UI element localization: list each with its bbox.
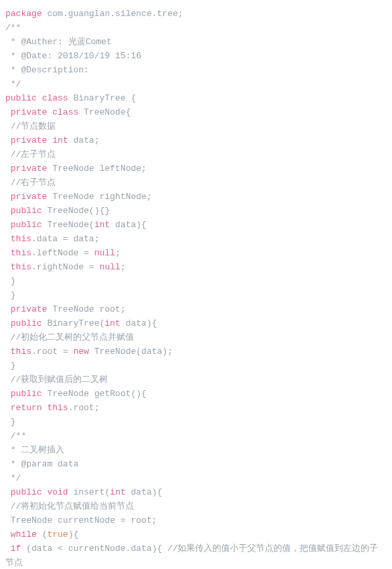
keyword: public [11, 487, 42, 497]
line: this.leftNode = null; [5, 248, 121, 258]
keyword: null [94, 248, 115, 258]
text: data){ [110, 220, 147, 230]
text: (data < currentNode.data){ //如果传入的值小于父节点… [5, 544, 378, 568]
text [5, 529, 11, 540]
text: TreeNode( [42, 220, 94, 230]
keyword: int [110, 487, 125, 497]
line: public class BinaryTree { [5, 93, 136, 103]
text [5, 304, 11, 314]
keyword: this [11, 346, 31, 357]
text [5, 248, 11, 258]
keyword: public [11, 220, 42, 230]
keyword: this [11, 248, 31, 258]
text: data){ [121, 318, 157, 328]
text [5, 192, 11, 202]
keyword: private [11, 304, 48, 314]
text: ; [121, 262, 126, 272]
comment: //右子节点 [5, 178, 56, 188]
keyword: this [11, 234, 31, 244]
boolean: true [47, 529, 68, 540]
keyword: public [11, 206, 42, 216]
code-block: package com.guanglan.silence.tree; /** *… [5, 7, 387, 569]
line: private int data; [5, 135, 99, 145]
text [5, 107, 11, 117]
comment: /** [5, 23, 21, 33]
line: if (data < currentNode.data){ //如果传入的值小于… [5, 544, 378, 568]
text: } [5, 361, 16, 371]
keyword: this [11, 262, 31, 272]
keyword: while [11, 529, 37, 540]
text [5, 135, 11, 145]
line: private class TreeNode{ [5, 107, 131, 117]
text [5, 487, 11, 497]
text: data){ [125, 487, 162, 497]
comment: //节点数据 [5, 121, 56, 131]
keyword: class [52, 107, 78, 117]
line: return this.root; [5, 403, 99, 413]
line: while (true){ [5, 529, 78, 540]
line: this.rightNode = null; [5, 262, 125, 272]
text: } [5, 417, 16, 427]
keyword: void [47, 487, 68, 497]
text: .rightNode = [31, 262, 99, 272]
text [5, 403, 11, 413]
comment: * @Auther: 光蓝Comet [5, 37, 112, 47]
text [5, 262, 11, 272]
text: .root; [68, 403, 100, 413]
text: .leftNode = [31, 248, 94, 258]
line: public TreeNode(){} [5, 206, 110, 216]
text [5, 206, 11, 216]
comment: * @Description: [5, 65, 89, 75]
text [5, 234, 11, 244]
text [37, 93, 42, 103]
keyword: public [11, 389, 42, 399]
comment: * @Date: 2018/10/19 15:16 [5, 51, 141, 61]
keyword: private [11, 192, 48, 202]
comment: */ [5, 473, 21, 483]
text: BinaryTree( [42, 318, 105, 328]
keyword: int [105, 318, 120, 328]
comment: * 二叉树插入 [5, 445, 64, 455]
keyword: public [5, 93, 37, 103]
keyword: int [52, 135, 68, 145]
text: com.guanglan.silence.tree; [42, 9, 184, 19]
line: public TreeNode(int data){ [5, 220, 147, 230]
text: ( [37, 529, 48, 540]
text: TreeNode leftNode; [47, 164, 146, 174]
text: TreeNode rightNode; [47, 192, 151, 202]
text: TreeNode root; [47, 304, 125, 314]
keyword: this [47, 403, 68, 413]
keyword: private [11, 164, 48, 174]
line: public void insert(int data){ [5, 487, 162, 497]
line: public BinaryTree(int data){ [5, 318, 157, 328]
text: ){ [68, 529, 79, 540]
line: private TreeNode leftNode; [5, 164, 147, 174]
text: TreeNode currentNode = root; [5, 515, 157, 525]
text: insert( [68, 487, 110, 497]
text [5, 318, 11, 328]
comment: */ [5, 79, 21, 89]
text: .root = [31, 346, 73, 357]
comment: //将初始化节点赋值给当前节点 [5, 501, 134, 511]
keyword: return [11, 403, 42, 413]
comment: * @param data [5, 459, 78, 469]
comment: //获取到赋值后的二叉树 [5, 375, 108, 385]
keyword: if [11, 544, 21, 554]
text: } [5, 276, 16, 286]
keyword: null [99, 262, 120, 272]
text [5, 346, 11, 357]
line: private TreeNode rightNode; [5, 192, 151, 202]
text [5, 544, 11, 554]
keyword: private [11, 107, 48, 117]
keyword: class [42, 93, 68, 103]
text: data; [68, 135, 100, 145]
text: BinaryTree { [68, 93, 136, 103]
text: .data = data; [31, 234, 99, 244]
text: TreeNode(){} [42, 206, 110, 216]
text: TreeNode(data); [89, 346, 173, 357]
keyword: new [73, 346, 88, 357]
keyword: private [11, 135, 48, 145]
text [5, 389, 11, 399]
line: package com.guanglan.silence.tree; [5, 9, 183, 19]
text: TreeNode getRoot(){ [42, 389, 147, 399]
